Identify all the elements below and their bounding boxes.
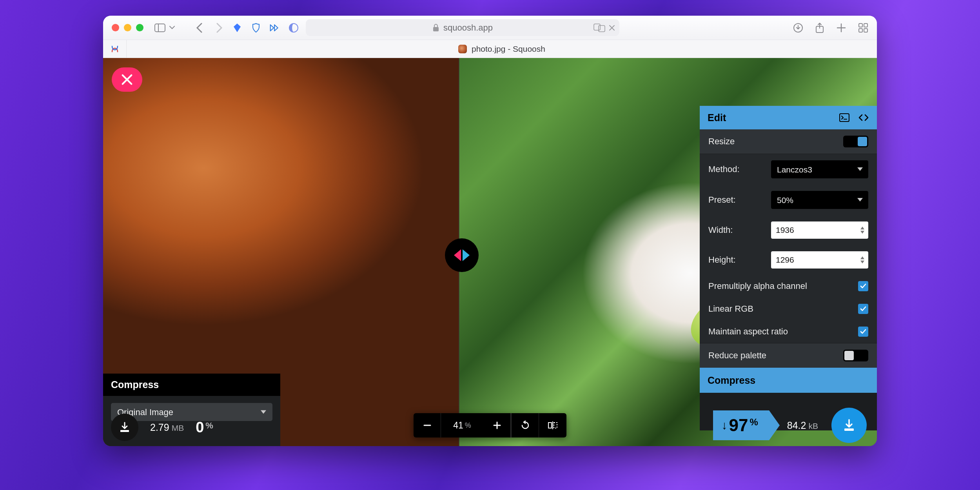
linear-rgb-checkbox[interactable] xyxy=(858,304,868,314)
preset-row: Preset: 50% xyxy=(700,185,877,215)
address-bar[interactable]: squoosh.app xyxy=(306,19,619,36)
reduction-badge: ↓ 97 % xyxy=(713,410,769,440)
tab-favicon xyxy=(458,45,467,53)
zoom-in-button[interactable] xyxy=(483,413,511,437)
nav-forward-button[interactable] xyxy=(216,23,223,33)
extension-moon-icon[interactable] xyxy=(289,23,299,33)
premultiply-row: Premultiply alpha channel xyxy=(700,275,877,298)
titlebar-right-icons xyxy=(793,22,868,33)
downloads-icon[interactable] xyxy=(793,22,803,33)
new-tab-icon[interactable] xyxy=(836,22,846,33)
app-content: Compress Original Image 2.79MB 0% xyxy=(103,58,877,446)
active-tab[interactable]: photo.jpg - Squoosh xyxy=(127,40,877,58)
extension-fastforward-icon[interactable] xyxy=(270,23,280,33)
svg-rect-16 xyxy=(840,114,849,122)
cli-icon[interactable] xyxy=(839,113,849,122)
aspect-checkbox[interactable] xyxy=(858,327,868,337)
premultiply-checkbox[interactable] xyxy=(858,281,868,291)
clear-icon[interactable] xyxy=(608,24,615,31)
method-row: Method: Lanczos3 xyxy=(700,154,877,185)
pinned-tab[interactable] xyxy=(103,40,127,58)
original-size: 2.79MB xyxy=(150,422,184,433)
original-reduction: 0% xyxy=(196,419,213,436)
browser-tabstrip: photo.jpg - Squoosh xyxy=(103,40,877,58)
height-label: Height: xyxy=(708,255,764,265)
preset-label: Preset: xyxy=(708,195,764,205)
share-icon[interactable] xyxy=(815,22,824,33)
window-maximize-button[interactable] xyxy=(136,24,143,31)
svg-rect-4 xyxy=(594,24,600,30)
aspect-row: Maintain aspect ratio xyxy=(700,320,877,343)
svg-rect-5 xyxy=(599,25,605,32)
flip-button[interactable] xyxy=(539,413,566,437)
sidebar-toggle-group xyxy=(154,24,175,32)
zoom-controls: 41% xyxy=(414,413,566,437)
result-ribbon: ↓ 97 % 84.2kB xyxy=(713,405,877,446)
result-size: 84.2kB xyxy=(787,420,818,431)
tab-overview-icon[interactable] xyxy=(858,22,868,33)
method-label: Method: xyxy=(708,164,764,174)
height-row: Height: xyxy=(700,245,877,275)
zoom-out-button[interactable] xyxy=(414,413,441,437)
svg-rect-0 xyxy=(155,24,165,32)
download-result-button[interactable] xyxy=(831,408,867,443)
linear-rgb-label: Linear RGB xyxy=(708,304,851,314)
svg-rect-17 xyxy=(844,428,854,431)
sidebar-icon[interactable] xyxy=(154,24,165,32)
edit-panel-header: Edit xyxy=(700,106,877,129)
resize-label: Resize xyxy=(708,136,836,147)
edit-panel: Edit Resize Method: Lanczos3 Preset: 50%… xyxy=(700,106,877,430)
height-input[interactable] xyxy=(771,251,868,269)
svg-rect-14 xyxy=(554,423,557,428)
width-label: Width: xyxy=(708,225,764,235)
tab-title: photo.jpg - Squoosh xyxy=(472,44,545,54)
browser-window: squoosh.app photo.jpg - Squoosh xyxy=(103,16,877,446)
edit-panel-title: Edit xyxy=(708,112,726,123)
resize-row: Resize xyxy=(700,129,877,154)
expand-collapse-icon[interactable] xyxy=(858,113,869,122)
svg-rect-10 xyxy=(859,29,862,32)
svg-rect-13 xyxy=(548,423,552,428)
download-original-button[interactable] xyxy=(111,414,138,441)
extension-shield-icon[interactable] xyxy=(251,23,261,33)
extension-icons xyxy=(232,23,299,33)
extension-diamond-icon[interactable] xyxy=(232,23,242,33)
svg-rect-8 xyxy=(859,24,862,27)
window-controls xyxy=(112,24,143,31)
down-arrow-icon: ↓ xyxy=(722,419,728,432)
preset-select[interactable]: 50% xyxy=(771,191,868,209)
method-select[interactable]: Lanczos3 xyxy=(771,160,868,178)
window-close-button[interactable] xyxy=(112,24,119,31)
svg-rect-9 xyxy=(864,24,867,27)
width-row: Width: xyxy=(700,215,877,245)
linear-rgb-row: Linear RGB xyxy=(700,298,877,320)
comparison-handle[interactable] xyxy=(445,238,479,272)
nav-back-button[interactable] xyxy=(196,23,203,33)
svg-rect-12 xyxy=(120,430,129,432)
window-minimize-button[interactable] xyxy=(124,24,131,31)
address-bar-text: squoosh.app xyxy=(443,23,493,33)
rotate-button[interactable] xyxy=(512,413,539,437)
premultiply-label: Premultiply alpha channel xyxy=(708,281,851,291)
left-compress-panel: Compress Original Image 2.79MB 0% xyxy=(103,374,280,446)
reduce-palette-toggle[interactable] xyxy=(843,350,868,361)
width-input[interactable] xyxy=(771,221,868,239)
chevron-down-icon[interactable] xyxy=(169,26,175,30)
translate-icon[interactable] xyxy=(593,24,605,32)
right-compress-header[interactable]: Compress xyxy=(700,368,877,393)
handle-left-arrow-icon xyxy=(454,249,461,261)
left-panel-title: Compress xyxy=(103,374,280,396)
zoom-value[interactable]: 41% xyxy=(441,413,483,437)
lock-icon xyxy=(432,24,439,32)
left-stats: 2.79MB 0% xyxy=(103,408,213,446)
close-button[interactable] xyxy=(112,67,142,92)
reduce-palette-row: Reduce palette xyxy=(700,343,877,368)
reduce-palette-label: Reduce palette xyxy=(708,350,836,361)
resize-toggle[interactable] xyxy=(843,136,868,147)
svg-rect-11 xyxy=(864,29,867,32)
browser-titlebar: squoosh.app xyxy=(103,16,877,40)
svg-rect-3 xyxy=(433,27,439,31)
aspect-label: Maintain aspect ratio xyxy=(708,327,851,337)
handle-right-arrow-icon xyxy=(463,249,470,261)
